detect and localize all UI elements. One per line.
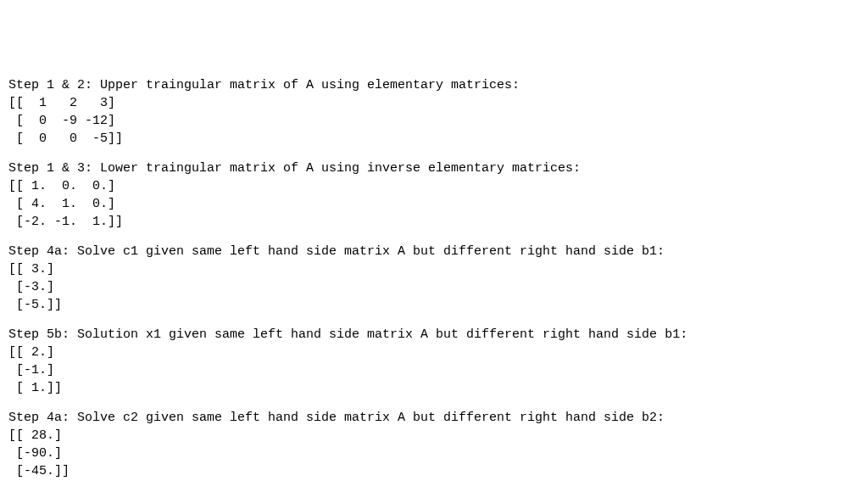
matrix-output: [[ 1 2 3] [ 0 -9 -12] [ 0 0 -5]] xyxy=(8,94,860,148)
step-heading: Step 1 & 3: Lower traingular matrix of A… xyxy=(8,159,860,177)
matrix-output: [[ 2.] [-1.] [ 1.]] xyxy=(8,344,860,397)
matrix-output: [[ 28.] [-90.] [-45.]] xyxy=(8,427,860,480)
output-container: Step 1 & 2: Upper traingular matrix of A… xyxy=(8,76,860,492)
output-block: Step 1 & 2: Upper traingular matrix of A… xyxy=(8,76,860,148)
step-heading: Step 4a: Solve c2 given same left hand s… xyxy=(8,409,860,427)
step-heading: Step 5b: Solution x1 given same left han… xyxy=(8,326,860,344)
output-block: Step 1 & 3: Lower traingular matrix of A… xyxy=(8,159,860,231)
output-block: Step 4a: Solve c2 given same left hand s… xyxy=(8,409,860,480)
step-heading: Step 4a: Solve c1 given same left hand s… xyxy=(8,243,860,260)
step-heading: Step 1 & 2: Upper traingular matrix of A… xyxy=(8,76,860,94)
matrix-output: [[ 1. 0. 0.] [ 4. 1. 0.] [-2. -1. 1.]] xyxy=(8,177,860,231)
output-block: Step 4a: Solve c1 given same left hand s… xyxy=(8,243,860,314)
matrix-output: [[ 3.] [-3.] [-5.]] xyxy=(8,260,860,314)
output-block: Step 5b: Solution x1 given same left han… xyxy=(8,326,860,397)
